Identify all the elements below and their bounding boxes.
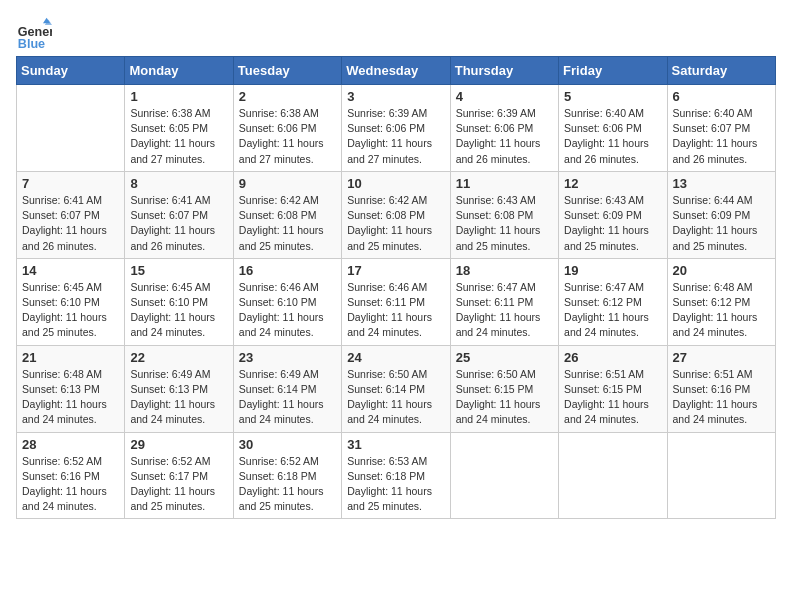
day-number: 23 xyxy=(239,350,336,365)
day-of-week-header: Friday xyxy=(559,57,667,85)
calendar-cell: 1Sunrise: 6:38 AM Sunset: 6:05 PM Daylig… xyxy=(125,85,233,172)
calendar-table: SundayMondayTuesdayWednesdayThursdayFrid… xyxy=(16,56,776,519)
calendar-cell: 22Sunrise: 6:49 AM Sunset: 6:13 PM Dayli… xyxy=(125,345,233,432)
day-info: Sunrise: 6:51 AM Sunset: 6:16 PM Dayligh… xyxy=(673,367,770,428)
day-info: Sunrise: 6:53 AM Sunset: 6:18 PM Dayligh… xyxy=(347,454,444,515)
day-of-week-header: Monday xyxy=(125,57,233,85)
calendar-cell: 10Sunrise: 6:42 AM Sunset: 6:08 PM Dayli… xyxy=(342,171,450,258)
day-number: 17 xyxy=(347,263,444,278)
day-info: Sunrise: 6:38 AM Sunset: 6:06 PM Dayligh… xyxy=(239,106,336,167)
day-number: 11 xyxy=(456,176,553,191)
day-number: 5 xyxy=(564,89,661,104)
calendar-cell: 5Sunrise: 6:40 AM Sunset: 6:06 PM Daylig… xyxy=(559,85,667,172)
day-number: 9 xyxy=(239,176,336,191)
page-header: General Blue xyxy=(16,16,776,52)
calendar-cell: 2Sunrise: 6:38 AM Sunset: 6:06 PM Daylig… xyxy=(233,85,341,172)
day-number: 6 xyxy=(673,89,770,104)
day-info: Sunrise: 6:46 AM Sunset: 6:11 PM Dayligh… xyxy=(347,280,444,341)
day-info: Sunrise: 6:45 AM Sunset: 6:10 PM Dayligh… xyxy=(130,280,227,341)
day-info: Sunrise: 6:49 AM Sunset: 6:13 PM Dayligh… xyxy=(130,367,227,428)
day-number: 29 xyxy=(130,437,227,452)
day-number: 18 xyxy=(456,263,553,278)
day-of-week-header: Sunday xyxy=(17,57,125,85)
calendar-cell: 20Sunrise: 6:48 AM Sunset: 6:12 PM Dayli… xyxy=(667,258,775,345)
logo-icon: General Blue xyxy=(16,16,52,52)
calendar-cell: 26Sunrise: 6:51 AM Sunset: 6:15 PM Dayli… xyxy=(559,345,667,432)
calendar-cell: 7Sunrise: 6:41 AM Sunset: 6:07 PM Daylig… xyxy=(17,171,125,258)
day-info: Sunrise: 6:42 AM Sunset: 6:08 PM Dayligh… xyxy=(347,193,444,254)
day-number: 20 xyxy=(673,263,770,278)
calendar-cell: 6Sunrise: 6:40 AM Sunset: 6:07 PM Daylig… xyxy=(667,85,775,172)
calendar-cell: 31Sunrise: 6:53 AM Sunset: 6:18 PM Dayli… xyxy=(342,432,450,519)
calendar-cell xyxy=(667,432,775,519)
calendar-week-row: 28Sunrise: 6:52 AM Sunset: 6:16 PM Dayli… xyxy=(17,432,776,519)
day-info: Sunrise: 6:38 AM Sunset: 6:05 PM Dayligh… xyxy=(130,106,227,167)
day-number: 26 xyxy=(564,350,661,365)
calendar-cell: 29Sunrise: 6:52 AM Sunset: 6:17 PM Dayli… xyxy=(125,432,233,519)
day-info: Sunrise: 6:43 AM Sunset: 6:08 PM Dayligh… xyxy=(456,193,553,254)
day-info: Sunrise: 6:50 AM Sunset: 6:14 PM Dayligh… xyxy=(347,367,444,428)
day-number: 13 xyxy=(673,176,770,191)
day-info: Sunrise: 6:48 AM Sunset: 6:13 PM Dayligh… xyxy=(22,367,119,428)
calendar-cell: 23Sunrise: 6:49 AM Sunset: 6:14 PM Dayli… xyxy=(233,345,341,432)
calendar-cell xyxy=(17,85,125,172)
day-number: 31 xyxy=(347,437,444,452)
day-number: 14 xyxy=(22,263,119,278)
day-number: 22 xyxy=(130,350,227,365)
day-info: Sunrise: 6:40 AM Sunset: 6:07 PM Dayligh… xyxy=(673,106,770,167)
calendar-cell: 21Sunrise: 6:48 AM Sunset: 6:13 PM Dayli… xyxy=(17,345,125,432)
calendar-cell: 9Sunrise: 6:42 AM Sunset: 6:08 PM Daylig… xyxy=(233,171,341,258)
day-number: 24 xyxy=(347,350,444,365)
day-info: Sunrise: 6:40 AM Sunset: 6:06 PM Dayligh… xyxy=(564,106,661,167)
calendar-header-row: SundayMondayTuesdayWednesdayThursdayFrid… xyxy=(17,57,776,85)
day-info: Sunrise: 6:52 AM Sunset: 6:18 PM Dayligh… xyxy=(239,454,336,515)
calendar-cell: 16Sunrise: 6:46 AM Sunset: 6:10 PM Dayli… xyxy=(233,258,341,345)
day-info: Sunrise: 6:45 AM Sunset: 6:10 PM Dayligh… xyxy=(22,280,119,341)
day-info: Sunrise: 6:52 AM Sunset: 6:16 PM Dayligh… xyxy=(22,454,119,515)
calendar-cell: 28Sunrise: 6:52 AM Sunset: 6:16 PM Dayli… xyxy=(17,432,125,519)
day-number: 8 xyxy=(130,176,227,191)
calendar-cell: 15Sunrise: 6:45 AM Sunset: 6:10 PM Dayli… xyxy=(125,258,233,345)
day-number: 4 xyxy=(456,89,553,104)
day-info: Sunrise: 6:44 AM Sunset: 6:09 PM Dayligh… xyxy=(673,193,770,254)
day-number: 1 xyxy=(130,89,227,104)
calendar-cell: 14Sunrise: 6:45 AM Sunset: 6:10 PM Dayli… xyxy=(17,258,125,345)
day-number: 27 xyxy=(673,350,770,365)
day-of-week-header: Thursday xyxy=(450,57,558,85)
day-number: 10 xyxy=(347,176,444,191)
day-info: Sunrise: 6:42 AM Sunset: 6:08 PM Dayligh… xyxy=(239,193,336,254)
day-of-week-header: Saturday xyxy=(667,57,775,85)
day-info: Sunrise: 6:46 AM Sunset: 6:10 PM Dayligh… xyxy=(239,280,336,341)
calendar-cell: 25Sunrise: 6:50 AM Sunset: 6:15 PM Dayli… xyxy=(450,345,558,432)
calendar-cell: 8Sunrise: 6:41 AM Sunset: 6:07 PM Daylig… xyxy=(125,171,233,258)
calendar-cell: 3Sunrise: 6:39 AM Sunset: 6:06 PM Daylig… xyxy=(342,85,450,172)
calendar-cell xyxy=(559,432,667,519)
day-of-week-header: Wednesday xyxy=(342,57,450,85)
calendar-week-row: 1Sunrise: 6:38 AM Sunset: 6:05 PM Daylig… xyxy=(17,85,776,172)
day-number: 12 xyxy=(564,176,661,191)
calendar-cell: 18Sunrise: 6:47 AM Sunset: 6:11 PM Dayli… xyxy=(450,258,558,345)
day-info: Sunrise: 6:41 AM Sunset: 6:07 PM Dayligh… xyxy=(130,193,227,254)
day-info: Sunrise: 6:47 AM Sunset: 6:12 PM Dayligh… xyxy=(564,280,661,341)
day-number: 21 xyxy=(22,350,119,365)
day-number: 15 xyxy=(130,263,227,278)
calendar-week-row: 21Sunrise: 6:48 AM Sunset: 6:13 PM Dayli… xyxy=(17,345,776,432)
day-number: 30 xyxy=(239,437,336,452)
day-info: Sunrise: 6:43 AM Sunset: 6:09 PM Dayligh… xyxy=(564,193,661,254)
day-info: Sunrise: 6:48 AM Sunset: 6:12 PM Dayligh… xyxy=(673,280,770,341)
day-number: 16 xyxy=(239,263,336,278)
day-info: Sunrise: 6:39 AM Sunset: 6:06 PM Dayligh… xyxy=(456,106,553,167)
day-number: 28 xyxy=(22,437,119,452)
day-number: 7 xyxy=(22,176,119,191)
calendar-cell: 19Sunrise: 6:47 AM Sunset: 6:12 PM Dayli… xyxy=(559,258,667,345)
day-number: 25 xyxy=(456,350,553,365)
day-number: 2 xyxy=(239,89,336,104)
day-info: Sunrise: 6:50 AM Sunset: 6:15 PM Dayligh… xyxy=(456,367,553,428)
calendar-cell: 12Sunrise: 6:43 AM Sunset: 6:09 PM Dayli… xyxy=(559,171,667,258)
day-info: Sunrise: 6:49 AM Sunset: 6:14 PM Dayligh… xyxy=(239,367,336,428)
calendar-cell: 30Sunrise: 6:52 AM Sunset: 6:18 PM Dayli… xyxy=(233,432,341,519)
calendar-week-row: 14Sunrise: 6:45 AM Sunset: 6:10 PM Dayli… xyxy=(17,258,776,345)
day-number: 19 xyxy=(564,263,661,278)
logo: General Blue xyxy=(16,16,52,52)
calendar-cell: 13Sunrise: 6:44 AM Sunset: 6:09 PM Dayli… xyxy=(667,171,775,258)
